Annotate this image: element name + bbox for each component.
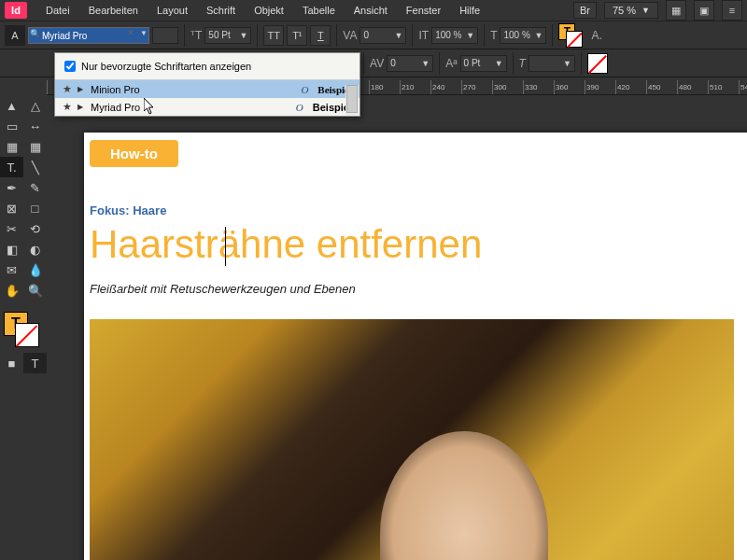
favorite-filter-label: Nur bevorzugte Schriftarten anzeigen	[81, 61, 251, 72]
menu-fenster[interactable]: Fenster	[397, 2, 450, 19]
kerning-input[interactable]: 0▼	[359, 27, 406, 44]
tracking-input[interactable]: 0▼	[387, 55, 433, 72]
superscript-icon[interactable]: T¹	[287, 25, 307, 46]
page-subtitle: Fleißarbeit mit Retuschewerkzeugen und E…	[90, 282, 356, 296]
direct-selection-tool[interactable]: △	[23, 95, 47, 116]
menu-schrift[interactable]: Schrift	[197, 2, 245, 19]
page-tool[interactable]: ▭	[0, 116, 23, 136]
menu-layout[interactable]: Layout	[148, 2, 197, 19]
pen-tool[interactable]: ✒	[0, 177, 23, 198]
vscale-input[interactable]: 100 %▼	[431, 27, 478, 44]
font-name-label: Minion Pro	[91, 84, 295, 95]
gradient-feather-tool[interactable]: ◐	[23, 239, 47, 259]
baseline-icon: Aª	[445, 57, 457, 70]
face-region	[380, 431, 548, 560]
stroke-swatch[interactable]	[587, 53, 608, 74]
menu-objekt[interactable]: Objekt	[245, 2, 293, 19]
kerning-icon: VA	[343, 29, 357, 42]
page-title[interactable]: Haarsträhne entfernen	[90, 222, 482, 267]
skew-input[interactable]: ▼	[529, 55, 575, 72]
fill-stroke-tool[interactable]: T	[4, 312, 43, 347]
allcaps-icon[interactable]: TT	[263, 25, 284, 46]
control-panel-row1: A 🔍 ✕ ▼ ᵀT 50 Pt▼ TT T¹ T VA 0▼ IT 100 %…	[0, 21, 747, 49]
rectangle-frame-tool[interactable]: ⊠	[0, 198, 23, 218]
zoom-dropdown[interactable]: 75 %▼	[604, 2, 658, 19]
menu-datei[interactable]: Datei	[36, 2, 79, 19]
gradient-swatch-tool[interactable]: ◧	[0, 239, 23, 259]
hscale-input[interactable]: 100 %▼	[500, 27, 546, 44]
selection-tool[interactable]: ▲	[0, 95, 23, 116]
view-options-icon[interactable]: ▦	[666, 0, 686, 21]
font-family-dropdown[interactable]: 🔍 ✕ ▼	[28, 26, 149, 45]
content-placer-tool[interactable]: ▦	[23, 136, 47, 157]
size-icon: ᵀT	[190, 29, 202, 42]
hero-image	[90, 319, 734, 560]
font-size-input[interactable]: 50 Pt▼	[204, 27, 251, 44]
menu-bearbeiten[interactable]: Bearbeiten	[79, 2, 148, 19]
star-icon[interactable]: ★	[63, 101, 72, 113]
zoom-tool[interactable]: 🔍	[23, 280, 47, 301]
content-collector-tool[interactable]: ▦	[0, 136, 23, 157]
type-tool[interactable]: T.	[0, 157, 23, 177]
opentype-icon: O	[301, 84, 308, 95]
paragraph-style-icon[interactable]: A.	[591, 29, 601, 42]
search-icon: 🔍	[30, 29, 40, 38]
free-transform-tool[interactable]: ⟲	[23, 218, 47, 239]
chevron-down-icon[interactable]: ▼	[140, 29, 148, 37]
chevron-down-icon: ▼	[641, 6, 650, 15]
hscale-icon: T	[490, 29, 497, 42]
menu-ansicht[interactable]: Ansicht	[345, 2, 397, 19]
bridge-button[interactable]: Br	[573, 2, 597, 19]
line-tool[interactable]: ╲	[23, 157, 47, 177]
favorite-filter-checkbox[interactable]	[64, 61, 76, 72]
pencil-tool[interactable]: ✎	[23, 177, 47, 198]
font-list-item[interactable]: ★ ▶ Myriad Pro O Beispiel	[55, 98, 359, 116]
apply-color-tool[interactable]: ■	[0, 353, 23, 373]
star-icon[interactable]: ★	[63, 83, 72, 95]
arrange-icon[interactable]: ≡	[722, 0, 742, 21]
screen-mode-icon[interactable]: ▣	[694, 0, 714, 21]
opentype-icon: O	[296, 102, 303, 113]
font-name-label: Myriad Pro	[91, 102, 290, 113]
scroll-thumb[interactable]	[346, 85, 358, 113]
menu-tabelle[interactable]: Tabelle	[293, 2, 345, 19]
font-filter-row: Nur bevorzugte Schriftarten anzeigen	[55, 53, 359, 80]
font-dropdown-popup: Nur bevorzugte Schriftarten anzeigen ★ ▶…	[54, 52, 360, 117]
tracking-icon: AV	[370, 57, 384, 70]
underline-icon[interactable]: T	[310, 25, 331, 46]
gap-tool[interactable]: ↔	[23, 116, 47, 136]
scrollbar[interactable]	[345, 85, 359, 115]
eyedropper-tool[interactable]: 💧	[23, 259, 47, 280]
stroke-none-icon[interactable]	[566, 31, 583, 48]
format-text-tool[interactable]: T	[23, 353, 47, 373]
canvas[interactable]: How-to Fokus: Haare Haarsträhne entferne…	[47, 95, 747, 560]
vscale-icon: IT	[418, 29, 429, 42]
fill-stroke-swatch[interactable]: T	[558, 23, 583, 48]
expand-triangle-icon[interactable]: ▶	[78, 85, 85, 93]
font-list-item[interactable]: ★ ▶ Minion Pro O Beispiel	[55, 80, 359, 98]
document-page[interactable]: How-to Fokus: Haare Haarsträhne entferne…	[84, 133, 747, 560]
app-icon: Id	[5, 2, 27, 19]
menu-hilfe[interactable]: Hilfe	[450, 2, 489, 19]
note-tool[interactable]: ✉	[0, 259, 23, 280]
font-style-dropdown[interactable]	[152, 27, 178, 44]
scissors-tool[interactable]: ✂	[0, 218, 23, 239]
tools-panel: ▲△ ▭↔ ▦▦ T.╲ ✒✎ ⊠□ ✂⟲ ◧◐ ✉💧 ✋🔍 T ■ T	[0, 84, 47, 560]
menubar: Id Datei Bearbeiten Layout Schrift Objek…	[0, 0, 747, 21]
baseline-input[interactable]: 0 Pt▼	[460, 55, 507, 72]
focus-label: Fokus: Haare	[90, 203, 166, 217]
hand-tool[interactable]: ✋	[0, 280, 23, 301]
howto-badge: How-to	[90, 140, 178, 167]
character-mode-icon[interactable]: A	[5, 25, 25, 46]
clear-icon[interactable]: ✕	[127, 28, 134, 37]
expand-triangle-icon[interactable]: ▶	[78, 103, 85, 111]
skew-icon: T	[519, 57, 526, 70]
rectangle-tool[interactable]: □	[23, 198, 47, 218]
text-cursor	[225, 227, 226, 266]
